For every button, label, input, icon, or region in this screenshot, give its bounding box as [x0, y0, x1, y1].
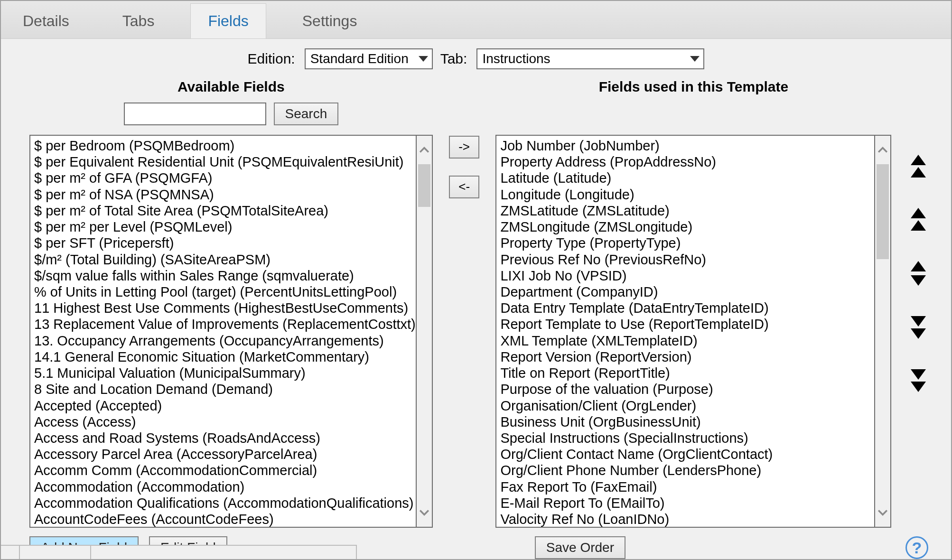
list-item[interactable]: Purpose of the valuation (Purpose) [500, 381, 874, 397]
list-item[interactable]: Access and Road Systems (RoadsAndAccess) [34, 430, 416, 446]
edition-select[interactable]: Standard Edition [305, 48, 433, 69]
move-up-down-button[interactable] [911, 261, 926, 286]
list-item[interactable]: Department (CompanyID) [500, 284, 874, 300]
transfer-area: Available Fields Search $ per Bedroom (P… [29, 79, 932, 528]
list-item[interactable]: $/sqm value falls within Sales Range (sq… [34, 268, 416, 284]
filter-row: Edition: Standard Edition Tab: Instructi… [1, 48, 951, 69]
list-item[interactable]: Previous Ref No (PreviousRefNo) [500, 252, 874, 268]
list-item[interactable]: Business Unit (OrgBusinessUnit) [500, 414, 874, 430]
list-item[interactable]: $ per m² per Level (PSQMLevel) [34, 219, 416, 235]
list-item[interactable]: E-Mail Report To (EMailTo) [500, 495, 874, 511]
list-item[interactable]: $ per Equivalent Residential Unit (PSQME… [34, 154, 416, 170]
list-item[interactable]: Latitude (Latitude) [500, 170, 874, 186]
search-input[interactable] [124, 103, 266, 125]
list-item[interactable]: % of Units in Letting Pool (target) (Per… [34, 284, 416, 300]
triangle-down-icon [911, 275, 926, 286]
list-item[interactable]: ZMSLongitude (ZMSLongitude) [500, 219, 874, 235]
add-to-template-button[interactable]: -> [449, 136, 479, 159]
list-item[interactable]: 5.1 Municipal Valuation (MunicipalSummar… [34, 365, 416, 381]
scroll-thumb[interactable] [877, 164, 889, 259]
scroll-up-icon[interactable] [417, 136, 432, 164]
tab-details[interactable]: Details [6, 4, 86, 38]
tab-filter-label: Tab: [440, 51, 467, 67]
list-item[interactable]: Report Version (ReportVersion) [500, 349, 874, 365]
list-item[interactable]: $ per SFT (Pricepersft) [34, 235, 416, 251]
remove-from-template-button[interactable]: <- [449, 176, 479, 198]
list-item[interactable]: Org/Client Contact Name (OrgClientContac… [500, 446, 874, 462]
list-item[interactable]: Valocity Ref No (LoanIDNo) [500, 511, 874, 527]
triangle-up-icon [911, 261, 926, 271]
list-item[interactable]: Accommodation Qualifications (Accommodat… [34, 495, 416, 511]
triangle-up-icon [911, 155, 926, 165]
list-item[interactable]: Accomm Comm (AccommodationCommercial) [34, 462, 416, 478]
available-fields-title: Available Fields [177, 79, 285, 95]
triangle-down-icon [911, 382, 926, 392]
move-to-bottom-button[interactable] [911, 367, 926, 392]
list-item[interactable]: 11 Highest Best Use Comments (HighestBes… [34, 300, 416, 316]
list-item[interactable]: Accessory Parcel Area (AccessoryParcelAr… [34, 446, 416, 462]
list-item[interactable]: Report Template to Use (ReportTemplateID… [500, 316, 874, 332]
list-item[interactable]: ZMSLatitude (ZMSLatitude) [500, 203, 874, 219]
status-segment [20, 545, 91, 559]
available-fields-listbox[interactable]: $ per Bedroom (PSQMBedroom)$ per Equival… [29, 135, 417, 528]
list-item[interactable]: Organisation/Client (OrgLender) [500, 398, 874, 414]
list-item[interactable]: Accepted (Accepted) [34, 398, 416, 414]
list-item[interactable]: Special Instructions (SpecialInstruction… [500, 430, 874, 446]
list-item[interactable]: XML Template (XMLTemplateID) [500, 333, 874, 349]
list-item[interactable]: Data Entry Template (DataEntryTemplateID… [500, 300, 874, 316]
list-item[interactable]: $/m² (Total Building) (SASiteAreaPSM) [34, 252, 416, 268]
list-item[interactable]: Property Type (PropertyType) [500, 235, 874, 251]
list-item[interactable]: $ per Bedroom (PSQMBedroom) [34, 138, 416, 154]
list-item[interactable]: $ per m² of NSA (PSQMNSA) [34, 187, 416, 203]
status-segment [1, 545, 20, 559]
available-fields-column: Available Fields Search $ per Bedroom (P… [29, 79, 433, 528]
available-fields-listbox-wrap: $ per Bedroom (PSQMBedroom)$ per Equival… [29, 135, 433, 528]
list-item[interactable]: Title on Report (ReportTitle) [500, 365, 874, 381]
tab-fields[interactable]: Fields [190, 3, 266, 38]
list-item[interactable]: Accommodation (Accommodation) [34, 479, 416, 495]
list-item[interactable]: Job Number (JobNumber) [500, 138, 874, 154]
move-up-page-button[interactable] [911, 208, 926, 233]
move-to-top-button[interactable] [911, 155, 926, 179]
edition-select-value: Standard Edition [310, 51, 409, 66]
tab-filter-select[interactable]: Instructions [476, 48, 704, 69]
list-item[interactable]: 13. Occupancy Arrangements (OccupancyArr… [34, 333, 416, 349]
list-item[interactable]: Longitude (Longitude) [500, 187, 874, 203]
triangle-up-icon [911, 220, 926, 231]
list-item[interactable]: LIXI Job No (VPSID) [500, 268, 874, 284]
scroll-thumb[interactable] [418, 164, 430, 207]
status-segment [91, 545, 357, 559]
transfer-buttons-column: -> <- [446, 136, 483, 528]
scroll-up-icon[interactable] [875, 136, 890, 164]
triangle-up-icon [911, 167, 926, 177]
triangle-down-icon [911, 369, 926, 380]
list-item[interactable]: 8 Site and Location Demand (Demand) [34, 381, 416, 397]
list-item[interactable]: $ per m² of GFA (PSQMGFA) [34, 170, 416, 186]
tab-filter-value: Instructions [482, 51, 550, 66]
status-bar [1, 545, 951, 559]
used-fields-listbox-wrap: Job Number (JobNumber)Property Address (… [495, 135, 891, 528]
window: Details Tabs Fields Settings Edition: St… [0, 0, 952, 560]
list-item[interactable]: 14.1 General Economic Situation (MarketC… [34, 349, 416, 365]
list-item[interactable]: Fax Report To (FaxEmail) [500, 479, 874, 495]
list-item[interactable]: Org/Client Phone Number (LendersPhone) [500, 462, 874, 478]
list-item[interactable]: 13 Replacement Value of Improvements (Re… [34, 316, 416, 332]
tab-tabs[interactable]: Tabs [105, 4, 172, 38]
tab-settings[interactable]: Settings [285, 4, 374, 38]
list-item[interactable]: Property Address (PropAddressNo) [500, 154, 874, 170]
list-item[interactable]: $ per m² of Total Site Area (PSQMTotalSi… [34, 203, 416, 219]
scroll-track[interactable] [875, 164, 890, 498]
used-fields-listbox[interactable]: Job Number (JobNumber)Property Address (… [495, 135, 875, 528]
top-tab-strip: Details Tabs Fields Settings [1, 1, 951, 39]
search-button[interactable]: Search [274, 103, 339, 125]
chevron-down-icon [690, 56, 700, 62]
triangle-up-icon [911, 208, 926, 218]
move-down-page-button[interactable] [911, 314, 926, 339]
list-item[interactable]: Access (Access) [34, 414, 416, 430]
scroll-down-icon[interactable] [875, 498, 890, 527]
scroll-track[interactable] [417, 164, 432, 498]
available-fields-scrollbar[interactable] [417, 135, 433, 528]
used-fields-scrollbar[interactable] [875, 135, 891, 528]
list-item[interactable]: AccountCodeFees (AccountCodeFees) [34, 511, 416, 527]
scroll-down-icon[interactable] [417, 498, 432, 527]
